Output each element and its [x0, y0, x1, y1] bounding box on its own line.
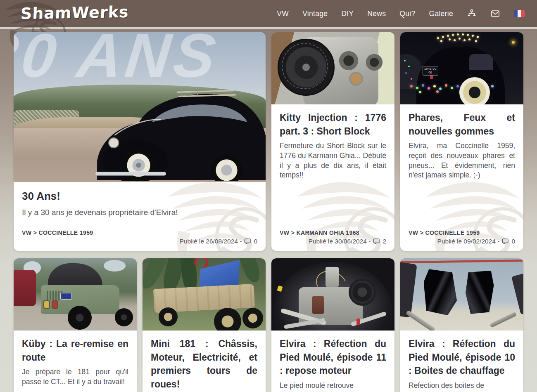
- site-header: ShamWerks VW Vintage DIY News Qui? Galer…: [0, 0, 537, 29]
- article-excerpt: Il y a 30 ans je devenais propriétaire d…: [22, 207, 257, 218]
- photo-flywheel-teeth: [282, 43, 328, 89]
- article-body: Kitty Injection : 1776 part. 3 : Short B…: [271, 104, 394, 251]
- article-title[interactable]: Elvira : Réfection du Pied Moulé, épisod…: [409, 337, 515, 378]
- article-title[interactable]: Küby : La re-remise en route: [22, 337, 128, 364]
- comments-icon: [373, 238, 380, 245]
- photo-metal-tube: [406, 310, 436, 331]
- photo-heater-box: [424, 269, 457, 315]
- photo-distributor: [312, 296, 324, 314]
- photo-license-plate: [60, 293, 72, 300]
- article-image-engine-bay[interactable]: [271, 258, 394, 331]
- article-excerpt: Le pied moulé retrouve: [280, 381, 386, 391]
- photo-wheel: [68, 306, 92, 330]
- comments-count[interactable]: 0: [511, 238, 515, 245]
- article-title[interactable]: Mini 181 : Châssis, Moteur, Electricité,…: [151, 337, 257, 391]
- photo-wheel: [242, 308, 263, 328]
- article-grid: 30 ANS 30 Ans! Il y a 30 ans je devenais…: [14, 32, 523, 392]
- article-image-kuby-181[interactable]: [14, 258, 137, 331]
- main-nav: VW Vintage DIY News Qui? Galerie: [277, 9, 525, 19]
- article-excerpt: Je prépare le 181 pour qu'il passe le CT…: [22, 367, 128, 387]
- nav-item-qui[interactable]: Qui?: [399, 9, 415, 18]
- article-card-mini-181[interactable]: Mini 181 : Châssis, Moteur, Electricité,…: [143, 258, 266, 392]
- mail-icon[interactable]: [490, 9, 500, 19]
- article-excerpt: Elvira, ma Coccinelle 1959, reçoit des n…: [409, 141, 515, 180]
- photo-red-lever: [356, 319, 360, 325]
- photo-red-car: [14, 270, 36, 306]
- article-body: Elvira : Réfection du Pied Moulé, épisod…: [271, 331, 394, 392]
- nav-item-diy[interactable]: DIY: [341, 9, 354, 18]
- article-card-30-ans[interactable]: 30 ANS 30 Ans! Il y a 30 ans je devenais…: [14, 32, 266, 251]
- published-date: Publié le 30/06/2024 -: [309, 238, 371, 245]
- comments-count[interactable]: 2: [383, 238, 386, 245]
- photo-street-lamp: [512, 41, 515, 44]
- photo-red-stripe: [400, 260, 523, 263]
- published-date: Publié le 26/08/2024 -: [180, 238, 242, 245]
- photo-dark-part: [400, 262, 417, 317]
- article-card-kitty-injection[interactable]: Kitty Injection : 1776 part. 3 : Short B…: [271, 32, 394, 251]
- published-date: Publié le 09/02/2024 -: [437, 238, 500, 245]
- spacer: [22, 387, 128, 392]
- article-body: Elvira : Réfection du Pied Moulé, épisod…: [400, 331, 523, 392]
- photo-conrod-end: [349, 72, 363, 86]
- photo-roof-string-lights: [437, 37, 439, 39]
- site-logo[interactable]: ShamWerks: [10, 0, 113, 28]
- photo-sky-patch: [104, 260, 126, 272]
- photo-wheel: [115, 308, 133, 326]
- nav-item-galerie[interactable]: Galerie: [429, 9, 453, 18]
- article-card-phares-feux[interactable]: 1046 VL 06 Phares, Feux et nouvelles gom…: [400, 32, 523, 251]
- article-category[interactable]: VW > COCCINELLE 1959: [22, 229, 257, 236]
- spacer: [22, 218, 257, 229]
- comments-count[interactable]: 0: [254, 238, 257, 245]
- article-card-pied-moule-10[interactable]: Elvira : Réfection du Pied Moulé, épisod…: [400, 258, 523, 392]
- article-image-short-block[interactable]: [271, 32, 394, 104]
- article-image-mini-181[interactable]: [143, 258, 266, 331]
- article-title[interactable]: Kitty Injection : 1776 part. 3 : Short B…: [280, 111, 386, 138]
- spacer: [409, 180, 515, 229]
- photo-wheel: [159, 307, 178, 326]
- article-image-heater-boxes[interactable]: [400, 258, 523, 331]
- nav-item-vw[interactable]: VW: [277, 9, 289, 18]
- photo-dark-part: [511, 273, 523, 314]
- photo-cylinder-bore: [339, 51, 358, 70]
- photo-carburetor: [326, 267, 339, 287]
- photo-cylinder-bore: [366, 54, 383, 71]
- logo-text: ShamWerks: [20, 3, 129, 23]
- photo-metal-tube: [489, 312, 517, 328]
- nav-item-news[interactable]: News: [367, 9, 386, 18]
- photo-agave-leaf: [239, 258, 263, 284]
- photo-wheel: [214, 308, 241, 331]
- article-card-pied-moule-11[interactable]: Elvira : Réfection du Pied Moulé, épisod…: [271, 258, 394, 392]
- article-date-line: Publié le 26/08/2024 - 0: [22, 238, 257, 245]
- photo-stray-lights: [404, 60, 406, 61]
- sitemap-icon[interactable]: [467, 9, 477, 19]
- photo-tail-light: [52, 300, 58, 309]
- article-date-line: Publié le 30/06/2024 - 2: [280, 238, 386, 245]
- article-body: Phares, Feux et nouvelles gommes Elvira,…: [400, 104, 523, 251]
- photo-heater-box: [466, 271, 494, 314]
- article-title[interactable]: Elvira : Réfection du Pied Moulé, épisod…: [280, 337, 386, 378]
- photo-bumper-string-lights: [410, 85, 413, 87]
- article-body: Mini 181 : Châssis, Moteur, Electricité,…: [143, 331, 266, 392]
- photo-tail-light: [43, 300, 50, 309]
- article-image-night-lights[interactable]: 1046 VL 06: [400, 32, 523, 104]
- photo-agave-leaf: [143, 258, 166, 292]
- nav-item-vintage[interactable]: Vintage: [302, 9, 328, 18]
- article-body: 30 Ans! Il y a 30 ans je devenais propri…: [14, 182, 266, 251]
- article-date-line: Publié le 09/02/2024 - 0: [409, 238, 515, 245]
- article-card-kuby[interactable]: Küby : La re-remise en route Je prépare …: [14, 258, 137, 392]
- license-plate: 1046 VL 06: [423, 66, 438, 75]
- article-category[interactable]: VW > COCCINELLE 1959: [409, 229, 515, 236]
- image-overlay-text-30-ans: 30 ANS: [14, 32, 222, 91]
- article-title[interactable]: 30 Ans!: [22, 189, 257, 204]
- article-title[interactable]: Phares, Feux et nouvelles gommes: [409, 111, 515, 138]
- article-excerpt: Refection des boites de: [409, 381, 515, 391]
- french-flag-icon[interactable]: [514, 10, 525, 17]
- spacer: [280, 391, 386, 392]
- photo-cream-wheel: [459, 77, 490, 104]
- spacer: [280, 180, 386, 229]
- photo-rear-window: [469, 54, 493, 70]
- shamwerks-homepage: ShamWerks VW Vintage DIY News Qui? Galer…: [0, 0, 537, 392]
- article-body: Küby : La re-remise en route Je prépare …: [14, 331, 137, 392]
- article-image-beetle-overlook[interactable]: 30 ANS: [14, 32, 266, 182]
- article-category[interactable]: VW > KARMANN GHIA 1968: [280, 229, 386, 236]
